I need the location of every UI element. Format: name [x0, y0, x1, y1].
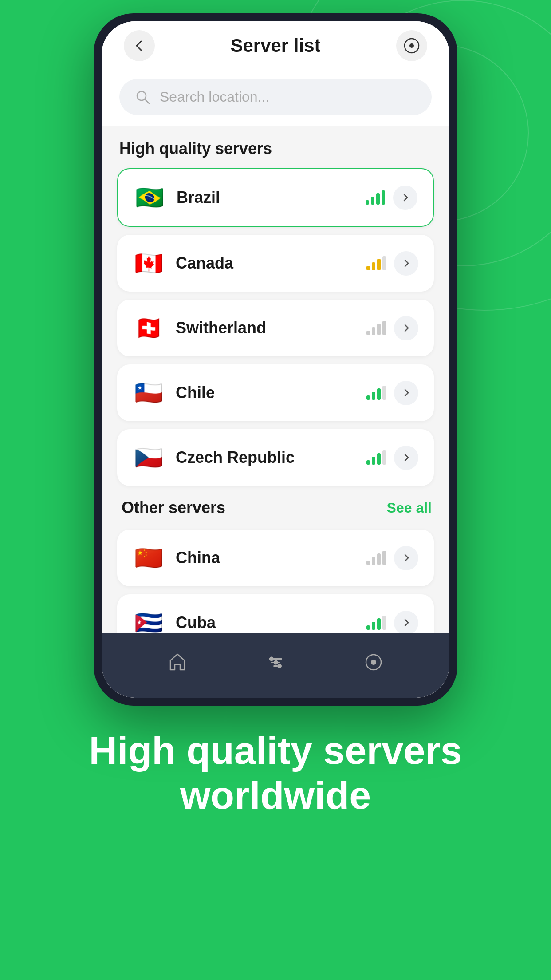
signal-canada [366, 256, 386, 270]
other-servers-header: Other servers See all [117, 494, 434, 522]
bottom-text-container: High quality servers worldwide [0, 728, 551, 818]
flag-canada: 🇨🇦 [133, 247, 165, 279]
svg-point-9 [277, 664, 282, 668]
server-card-canada[interactable]: 🇨🇦 Canada [117, 235, 434, 292]
server-name-canada: Canada [176, 254, 233, 273]
server-card-left-switzerland: 🇨🇭 Switherland [133, 312, 266, 344]
app-header: Server list [102, 21, 449, 72]
svg-point-7 [269, 657, 274, 661]
server-card-left-chile: 🇨🇱 Chile [133, 377, 215, 409]
search-input[interactable]: Search location... [160, 89, 269, 105]
server-card-cuba[interactable]: 🇨🇺 Cuba [117, 594, 434, 633]
signal-brazil [366, 190, 385, 205]
phone-frame: Server list Sea [94, 13, 457, 706]
server-card-right-brazil [366, 186, 417, 210]
server-name-czech: Czech Republic [176, 448, 295, 467]
flag-chile: 🇨🇱 [133, 377, 165, 409]
server-card-czech[interactable]: 🇨🇿 Czech Republic [117, 429, 434, 486]
svg-point-1 [409, 43, 414, 48]
server-name-cuba: Cuba [176, 613, 216, 632]
signal-china [366, 551, 386, 565]
flag-switzerland: 🇨🇭 [133, 312, 165, 344]
see-all-button[interactable]: See all [387, 500, 432, 516]
server-name-china: China [176, 549, 220, 567]
flag-china: 🇨🇳 [133, 542, 165, 574]
svg-point-11 [371, 660, 376, 665]
signal-czech [366, 450, 386, 465]
signal-chile [366, 386, 386, 400]
search-bar[interactable]: Search location... [119, 79, 432, 115]
chevron-china[interactable] [394, 546, 418, 570]
flag-cuba: 🇨🇺 [133, 607, 165, 633]
high-quality-section-title: High quality servers [117, 137, 434, 160]
flag-brazil: 🇧🇷 [134, 182, 165, 213]
server-card-left-brazil: 🇧🇷 Brazil [134, 182, 220, 213]
content-scroll: High quality servers 🇧🇷 Brazil [102, 126, 449, 633]
server-card-brazil[interactable]: 🇧🇷 Brazil [117, 168, 434, 227]
flag-czech: 🇨🇿 [133, 442, 165, 474]
svg-point-8 [274, 660, 278, 665]
bottom-nav [102, 633, 449, 698]
chevron-czech[interactable] [394, 446, 418, 470]
chevron-canada[interactable] [394, 251, 418, 276]
server-card-right-canada [366, 251, 418, 276]
server-card-china[interactable]: 🇨🇳 China [117, 530, 434, 586]
server-card-left-cuba: 🇨🇺 Cuba [133, 607, 216, 633]
chevron-brazil[interactable] [393, 186, 417, 210]
server-name-switzerland: Switherland [176, 319, 266, 337]
svg-rect-6 [273, 665, 278, 667]
chevron-chile[interactable] [394, 381, 418, 405]
settings-button[interactable] [396, 30, 427, 61]
server-card-left-china: 🇨🇳 China [133, 542, 220, 574]
phone-wrapper: Server list Sea [94, 13, 457, 706]
server-card-right-chile [366, 381, 418, 405]
chevron-cuba[interactable] [394, 611, 418, 634]
server-card-right-czech [366, 446, 418, 470]
signal-cuba [366, 616, 386, 630]
server-card-chile[interactable]: 🇨🇱 Chile [117, 364, 434, 421]
server-card-right-cuba [366, 611, 418, 634]
page-title: Server list [230, 35, 320, 56]
server-name-brazil: Brazil [177, 188, 220, 207]
phone-screen: Server list Sea [102, 21, 449, 698]
bottom-tagline: High quality servers worldwide [89, 728, 462, 817]
server-card-left-canada: 🇨🇦 Canada [133, 247, 233, 279]
svg-line-3 [145, 99, 149, 103]
server-card-switzerland[interactable]: 🇨🇭 Switherland [117, 300, 434, 356]
server-card-left-czech: 🇨🇿 Czech Republic [133, 442, 295, 474]
svg-point-2 [137, 91, 146, 100]
nav-home-button[interactable] [160, 644, 195, 680]
server-card-right-china [366, 546, 418, 570]
chevron-switzerland[interactable] [394, 316, 418, 340]
nav-settings-button[interactable] [356, 644, 391, 680]
server-name-chile: Chile [176, 383, 215, 402]
nav-filter-button[interactable] [258, 644, 293, 680]
signal-switzerland [366, 321, 386, 335]
search-icon [135, 89, 151, 105]
back-button[interactable] [124, 30, 155, 61]
search-container: Search location... [102, 72, 449, 126]
server-card-right-switzerland [366, 316, 418, 340]
other-servers-title: Other servers [119, 496, 228, 519]
